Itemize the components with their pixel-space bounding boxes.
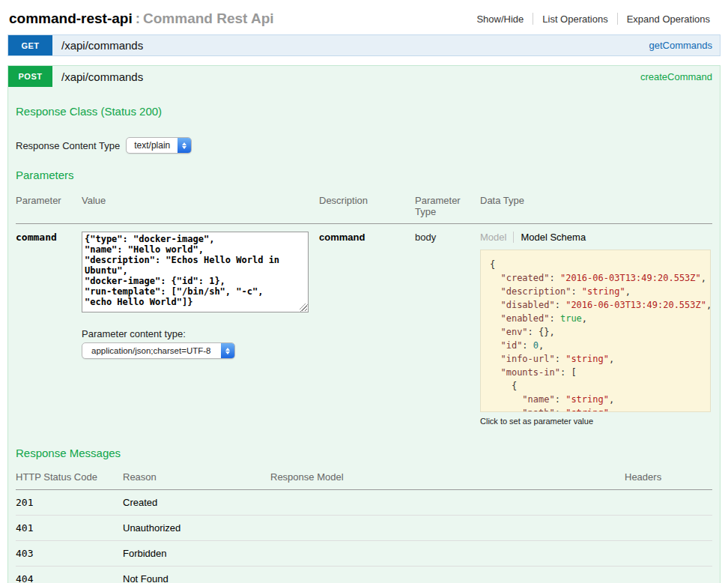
response-model-cell (270, 548, 625, 559)
parameter-name: command (16, 232, 82, 426)
parameter-value-textarea[interactable]: {"type": "docker-image", "name": "Hello … (82, 232, 309, 312)
select-stepper-icon (221, 343, 234, 358)
response-messages-table-header: HTTP Status Code Reason Response Model H… (16, 468, 712, 490)
col-header-parameter-type: Parameter Type (415, 195, 480, 217)
response-content-type-value: text/plain (127, 138, 178, 153)
parameter-content-type-wrap: application/json;charset=UTF-8 (82, 342, 319, 359)
post-method-badge: POST (8, 66, 52, 87)
tab-model-schema[interactable]: Model Schema (513, 232, 586, 243)
response-content-type-select[interactable]: text/plain (126, 137, 192, 154)
status-code: 403 (16, 548, 123, 559)
status-reason: Created (123, 497, 270, 508)
status-code: 404 (16, 573, 123, 583)
headers-cell (625, 497, 712, 508)
post-operation-content: Response Class (Status 200) Response Con… (7, 87, 721, 583)
parameter-content-type-label: Parameter content type: (82, 328, 319, 339)
parameter-value-cell: {"type": "docker-image", "name": "Hello … (82, 232, 319, 426)
data-type-cell: Model Model Schema { "created": "2016-06… (480, 232, 712, 426)
resource-description: Command Rest Api (143, 10, 274, 26)
endpoint-get-commands[interactable]: GET /xapi/commands getCommands (7, 34, 721, 56)
response-content-type-row: Response Content Type text/plain (16, 137, 712, 154)
headers-cell (625, 548, 712, 559)
response-message-row: 401 Unauthorized (16, 516, 712, 541)
headers-cell (625, 522, 712, 534)
get-operation-link[interactable]: getCommands (649, 35, 712, 55)
response-model-cell (270, 573, 625, 583)
post-operation-link[interactable]: createCommand (640, 66, 712, 87)
select-stepper-icon (178, 138, 191, 153)
headers-cell (625, 573, 712, 583)
get-method-badge: GET (8, 35, 52, 55)
status-reason: Unauthorized (123, 522, 270, 534)
status-reason: Forbidden (123, 548, 270, 559)
col-header-response-model: Response Model (270, 471, 625, 483)
status-reason: Not Found (123, 573, 270, 583)
col-header-http-status-code: HTTP Status Code (16, 471, 123, 483)
resource-actions: Show/Hide List Operations Expand Operati… (467, 13, 719, 25)
endpoint-post-commands[interactable]: POST /xapi/commands createCommand (7, 65, 721, 87)
model-tabs: Model Model Schema (480, 232, 712, 243)
col-header-headers: Headers (625, 471, 712, 483)
parameters-table-header: Parameter Value Description Parameter Ty… (16, 192, 712, 224)
response-message-row: 403 Forbidden (16, 541, 712, 567)
resource-name[interactable]: command-rest-api (9, 10, 133, 26)
parameter-content-type-select[interactable]: application/json;charset=UTF-8 (82, 342, 235, 359)
parameter-description: command (319, 232, 415, 426)
tab-model[interactable]: Model (480, 232, 513, 243)
response-messages-heading: Response Messages (16, 447, 712, 459)
col-header-description: Description (319, 195, 415, 217)
list-operations-link[interactable]: List Operations (533, 13, 616, 25)
parameters-heading: Parameters (16, 169, 712, 181)
col-header-data-type: Data Type (480, 195, 712, 217)
resource-title-separator: : (133, 10, 143, 26)
swagger-page: command-rest-api:Command Rest Api Show/H… (0, 0, 728, 583)
col-header-reason: Reason (123, 471, 270, 483)
parameter-content-type-value: application/json;charset=UTF-8 (82, 343, 221, 358)
expand-operations-link[interactable]: Expand Operations (618, 13, 719, 25)
response-message-row: 201 Created (16, 490, 712, 516)
parameter-type: body (415, 232, 480, 426)
resource-title: command-rest-api:Command Rest Api (9, 10, 274, 27)
status-code: 201 (16, 497, 123, 508)
col-header-parameter: Parameter (16, 195, 82, 217)
schema-click-hint: Click to set as parameter value (480, 417, 712, 426)
post-endpoint-path[interactable]: /xapi/commands (61, 66, 143, 87)
show-hide-link[interactable]: Show/Hide (467, 13, 533, 25)
response-model-cell (270, 522, 625, 534)
status-code: 401 (16, 522, 123, 534)
resource-header: command-rest-api:Command Rest Api Show/H… (7, 7, 721, 34)
parameter-row-command: command {"type": "docker-image", "name":… (16, 224, 712, 426)
model-schema-box[interactable]: { "created": "2016-06-03T13:49:20.553Z",… (480, 250, 711, 412)
response-content-type-label: Response Content Type (16, 140, 120, 151)
response-message-row: 404 Not Found (16, 567, 712, 583)
get-endpoint-path[interactable]: /xapi/commands (61, 35, 143, 55)
col-header-value: Value (82, 195, 319, 217)
response-class-heading: Response Class (Status 200) (16, 87, 712, 118)
response-model-cell (270, 497, 625, 508)
